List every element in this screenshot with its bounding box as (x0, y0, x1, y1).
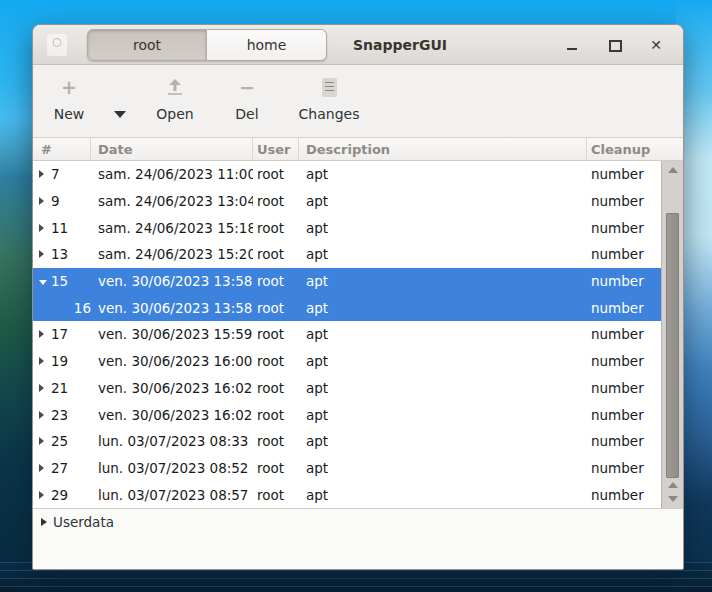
snapshot-row[interactable]: 25lun. 03/07/2023 08:33rootaptnumber (33, 428, 661, 455)
snapshot-row[interactable]: 13sam. 24/06/2023 15:20rootaptnumber (33, 241, 661, 268)
minimize-button[interactable] (565, 38, 579, 52)
snapshot-cleanup: number (587, 193, 661, 209)
snapshot-user: root (253, 326, 299, 342)
snapshot-number: 29 (51, 487, 68, 503)
snapshot-cleanup: number (587, 353, 661, 369)
snapshot-row[interactable]: 17ven. 30/06/2023 15:59rootaptnumber (33, 321, 661, 348)
arrow-down-icon (668, 496, 678, 502)
snapshot-user: root (253, 193, 299, 209)
snapshot-row[interactable]: 16ven. 30/06/2023 13:58rootaptnumber (33, 294, 661, 321)
snapshot-cleanup: number (587, 246, 661, 262)
close-button[interactable]: ✕ (649, 38, 663, 52)
snapshot-date: lun. 03/07/2023 08:57 (91, 487, 253, 503)
snapshot-cleanup: number (587, 487, 661, 503)
desktop-wallpaper: root home SnapperGUI ✕ + New (0, 0, 712, 592)
snapshot-row[interactable]: 21ven. 30/06/2023 16:02rootaptnumber (33, 375, 661, 402)
snapshot-row[interactable]: 19ven. 30/06/2023 16:00rootaptnumber (33, 348, 661, 375)
document-icon (322, 78, 337, 97)
app-icon (47, 34, 67, 56)
row-expander-icon[interactable] (39, 384, 51, 392)
maximize-button[interactable] (607, 38, 621, 52)
row-expander-icon[interactable] (39, 437, 51, 445)
snapshot-row[interactable]: 15ven. 30/06/2023 13:58rootaptnumber (33, 268, 661, 295)
row-expander-icon[interactable] (39, 197, 51, 205)
snapshot-description: apt (299, 460, 587, 476)
scroll-up-button-bottom[interactable] (662, 479, 683, 491)
snapshot-number: 11 (51, 220, 68, 236)
snapshot-cleanup: number (587, 300, 661, 316)
snapshot-cleanup: number (587, 407, 661, 423)
snapshot-cleanup: number (587, 326, 661, 342)
column-header-user[interactable]: User (253, 138, 299, 160)
snapshot-row[interactable]: 29lun. 03/07/2023 08:57rootaptnumber (33, 481, 661, 508)
snapshot-date: ven. 30/06/2023 13:58 (91, 300, 253, 316)
titlebar[interactable]: root home SnapperGUI ✕ (33, 25, 683, 65)
snapshot-number: 27 (51, 460, 68, 476)
delete-button[interactable]: − Del (223, 75, 271, 122)
snapshot-description: apt (299, 433, 587, 449)
snapshot-row[interactable]: 9sam. 24/06/2023 13:04rootaptnumber (33, 188, 661, 215)
toolbar: + New Open − Del Changes (33, 65, 683, 137)
snapshot-user: root (253, 380, 299, 396)
snapshot-number: 15 (51, 273, 68, 289)
column-header-number[interactable]: # (33, 138, 91, 160)
scrollbar-thumb[interactable] (666, 213, 679, 478)
snapshot-list: 7sam. 24/06/2023 11:00rootaptnumber9sam.… (33, 161, 661, 508)
snapshot-user: root (253, 487, 299, 503)
snapshot-user: root (253, 460, 299, 476)
snapshot-user: root (253, 166, 299, 182)
snapshot-date: lun. 03/07/2023 08:52 (91, 460, 253, 476)
snapshot-number: 13 (51, 246, 68, 262)
tab-root[interactable]: root (87, 29, 207, 61)
snapshot-number-cell: 11 (33, 220, 91, 236)
snapshot-list-area: 7sam. 24/06/2023 11:00rootaptnumber9sam.… (33, 161, 683, 508)
snapshot-date: ven. 30/06/2023 15:59 (91, 326, 253, 342)
snapshot-date: sam. 24/06/2023 13:04 (91, 193, 253, 209)
config-tab-group: root home (87, 29, 327, 61)
row-expander-icon[interactable] (39, 278, 51, 285)
row-expander-icon[interactable] (39, 250, 51, 258)
open-button[interactable]: Open (143, 75, 207, 122)
row-expander-icon[interactable] (39, 330, 51, 338)
snapshot-cleanup: number (587, 433, 661, 449)
snapshot-number-cell: 7 (33, 166, 91, 182)
snapshot-user: root (253, 353, 299, 369)
row-expander-icon[interactable] (39, 357, 51, 365)
snapshot-number-cell: 27 (33, 460, 91, 476)
column-header-date[interactable]: Date (91, 138, 253, 160)
snapshot-row[interactable]: 7sam. 24/06/2023 11:00rootaptnumber (33, 161, 661, 188)
changes-button-label: Changes (299, 106, 360, 122)
open-arrow-icon (166, 78, 184, 96)
row-expander-icon[interactable] (39, 170, 51, 178)
table-header: # Date User Description Cleanup (33, 137, 683, 161)
snapshot-cleanup: number (587, 220, 661, 236)
row-expander-icon[interactable] (39, 411, 51, 419)
snapshot-description: apt (299, 487, 587, 503)
row-expander-icon[interactable] (39, 464, 51, 472)
snapshot-number-cell: 15 (33, 273, 91, 289)
new-button[interactable]: + New (41, 75, 97, 122)
snapshot-date: ven. 30/06/2023 16:00 (91, 353, 253, 369)
tab-home[interactable]: home (207, 29, 327, 61)
snapshot-number: 25 (51, 433, 68, 449)
column-header-cleanup[interactable]: Cleanup (587, 138, 683, 160)
column-header-description[interactable]: Description (299, 138, 587, 160)
snapshot-cleanup: number (587, 460, 661, 476)
vertical-scrollbar[interactable] (661, 161, 683, 508)
userdata-expander[interactable]: Userdata (41, 514, 114, 530)
expander-triangle-icon (41, 518, 47, 526)
snapshot-row[interactable]: 27lun. 03/07/2023 08:52rootaptnumber (33, 455, 661, 482)
changes-button[interactable]: Changes (289, 75, 369, 122)
snapshot-number-cell: 29 (33, 487, 91, 503)
open-button-label: Open (156, 106, 193, 122)
scroll-down-button[interactable] (662, 493, 683, 505)
snapshot-number: 17 (51, 326, 68, 342)
plus-icon: + (61, 77, 77, 97)
snappergui-window: root home SnapperGUI ✕ + New (32, 24, 684, 570)
new-dropdown-button[interactable] (105, 111, 135, 118)
row-expander-icon[interactable] (39, 491, 51, 499)
snapshot-row[interactable]: 23ven. 30/06/2023 16:02rootaptnumber (33, 401, 661, 428)
snapshot-row[interactable]: 11sam. 24/06/2023 15:18rootaptnumber (33, 214, 661, 241)
scroll-up-button[interactable] (662, 164, 683, 176)
row-expander-icon[interactable] (39, 224, 51, 232)
